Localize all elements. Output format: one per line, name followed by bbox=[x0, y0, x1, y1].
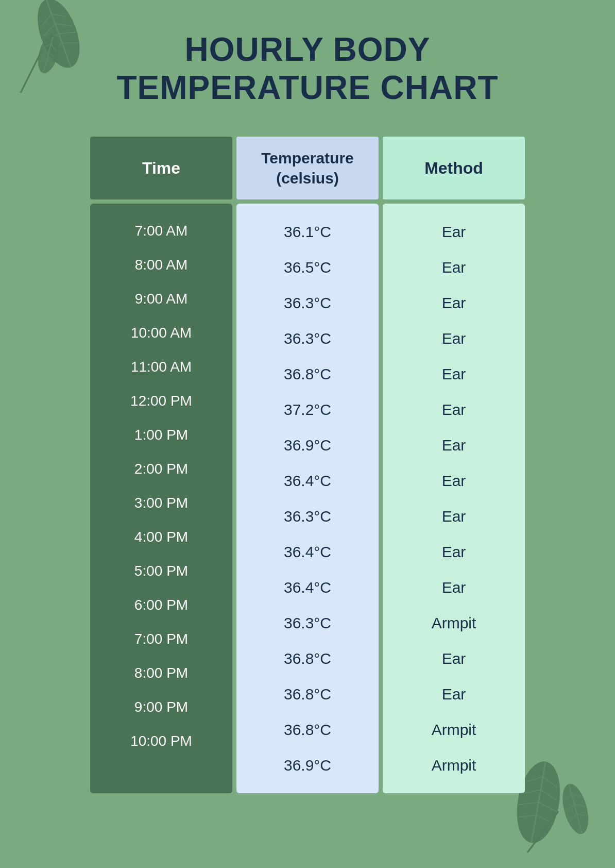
temp-entry: 36.8°C bbox=[247, 712, 368, 747]
method-column: EarEarEarEarEarEarEarEarEarEarEarArmpitE… bbox=[383, 204, 525, 793]
method-entry: Ear bbox=[393, 249, 515, 285]
temp-entry: 36.8°C bbox=[247, 676, 368, 712]
method-entry: Ear bbox=[393, 498, 515, 534]
method-entry: Armpit bbox=[393, 605, 515, 641]
time-entry: 3:00 PM bbox=[100, 486, 222, 520]
method-entry: Ear bbox=[393, 676, 515, 712]
leaf-top-left-decoration bbox=[0, 0, 103, 113]
temp-entry: 36.5°C bbox=[247, 249, 368, 285]
method-entry: Ear bbox=[393, 356, 515, 392]
method-entry: Armpit bbox=[393, 747, 515, 783]
page-title-section: HOURLY BODY TEMPERATURE CHART bbox=[116, 31, 498, 107]
time-column: 7:00 AM8:00 AM9:00 AM10:00 AM11:00 AM12:… bbox=[90, 204, 232, 793]
temp-entry: 36.3°C bbox=[247, 605, 368, 641]
temp-entry: 36.4°C bbox=[247, 570, 368, 605]
temp-entry: 37.2°C bbox=[247, 392, 368, 427]
temp-entry: 36.8°C bbox=[247, 356, 368, 392]
method-entry: Ear bbox=[393, 534, 515, 570]
temp-entry: 36.3°C bbox=[247, 285, 368, 321]
method-entry: Ear bbox=[393, 392, 515, 427]
method-entry: Ear bbox=[393, 285, 515, 321]
time-entry: 4:00 PM bbox=[100, 520, 222, 554]
temp-entry: 36.4°C bbox=[247, 463, 368, 498]
temperature-table: Time Temperature (celsius) Method 7:00 A… bbox=[86, 132, 529, 797]
time-entry: 9:00 AM bbox=[100, 282, 222, 316]
time-entry: 5:00 PM bbox=[100, 554, 222, 588]
temp-entry: 36.9°C bbox=[247, 427, 368, 463]
temperature-column: 36.1°C36.5°C36.3°C36.3°C36.8°C37.2°C36.9… bbox=[236, 204, 379, 793]
temperature-table-container: Time Temperature (celsius) Method 7:00 A… bbox=[86, 132, 529, 797]
time-entry: 7:00 PM bbox=[100, 622, 222, 656]
method-entry: Ear bbox=[393, 321, 515, 356]
time-entry: 7:00 AM bbox=[100, 214, 222, 248]
method-entry: Armpit bbox=[393, 712, 515, 747]
time-entry: 11:00 AM bbox=[100, 350, 222, 384]
method-entry: Ear bbox=[393, 463, 515, 498]
time-entry: 1:00 PM bbox=[100, 418, 222, 452]
temp-entry: 36.3°C bbox=[247, 498, 368, 534]
header-temperature: Temperature (celsius) bbox=[236, 137, 379, 199]
temp-entry: 36.1°C bbox=[247, 214, 368, 249]
time-entry: 8:00 AM bbox=[100, 248, 222, 282]
header-time: Time bbox=[90, 137, 232, 199]
time-entry: 12:00 PM bbox=[100, 384, 222, 418]
header-method: Method bbox=[383, 137, 525, 199]
temp-entry: 36.4°C bbox=[247, 534, 368, 570]
time-entry: 6:00 PM bbox=[100, 588, 222, 622]
time-entry: 9:00 PM bbox=[100, 690, 222, 724]
method-entry: Ear bbox=[393, 570, 515, 605]
time-entry: 10:00 PM bbox=[100, 724, 222, 758]
time-entry: 2:00 PM bbox=[100, 452, 222, 486]
page-title-line2: TEMPERATURE CHART bbox=[116, 69, 498, 107]
temp-entry: 36.8°C bbox=[247, 641, 368, 676]
temp-entry: 36.9°C bbox=[247, 747, 368, 783]
page-title-line1: HOURLY BODY bbox=[116, 31, 498, 69]
temp-entry: 36.3°C bbox=[247, 321, 368, 356]
table-header-row: Time Temperature (celsius) Method bbox=[90, 137, 525, 199]
data-columns-row: 7:00 AM8:00 AM9:00 AM10:00 AM11:00 AM12:… bbox=[90, 204, 525, 793]
method-entry: Ear bbox=[393, 641, 515, 676]
time-entry: 10:00 AM bbox=[100, 316, 222, 350]
time-entry: 8:00 PM bbox=[100, 656, 222, 690]
method-entry: Ear bbox=[393, 427, 515, 463]
method-entry: Ear bbox=[393, 214, 515, 249]
